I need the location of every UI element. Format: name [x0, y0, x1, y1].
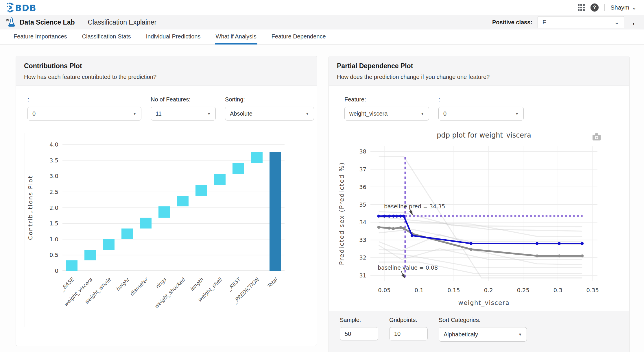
index-select[interactable]: 0 ▼	[27, 107, 141, 121]
svg-text:0.35: 0.35	[586, 287, 599, 294]
gridpoints-input[interactable]	[389, 327, 428, 340]
pdp-index-select[interactable]: 0 ▼	[438, 107, 524, 121]
svg-text:baseline pred = 34.35: baseline pred = 34.35	[384, 203, 445, 210]
pdp-panel-header: Partial Dependence Plot How does the pre…	[329, 56, 629, 86]
svg-text:37: 37	[359, 166, 366, 173]
positive-class-select[interactable]: F ⌄	[538, 16, 624, 28]
wf-bar-weight_shell	[214, 174, 226, 185]
user-name: Shaym	[610, 4, 629, 11]
pdp-index-label: :	[438, 96, 524, 103]
svg-text:38: 38	[359, 148, 366, 155]
svg-text:1.5: 1.5	[49, 220, 58, 227]
wf-bar-_REST	[232, 163, 244, 174]
svg-text:32: 32	[359, 254, 366, 261]
pdp-chart-wrap: 0.050.10.150.20.250.30.35313233343536373…	[336, 125, 629, 311]
wf-bar-weight_whole	[103, 239, 115, 250]
wf-bar-diameter	[140, 218, 152, 228]
wf-bar-length	[195, 185, 207, 196]
svg-text:0.5: 0.5	[49, 252, 58, 258]
caret-down-icon: ▼	[515, 112, 519, 116]
svg-text:BDB: BDB	[15, 3, 36, 13]
svg-text:4.0: 4.0	[49, 141, 58, 148]
sort-categories-label: Sort Categories:	[439, 317, 527, 323]
pdp-controls: Feature: weight_viscera ▼ : 0 ▼	[329, 86, 629, 121]
svg-text:35: 35	[359, 201, 366, 208]
pdp-chart-title: pdp plot for weight_viscera	[437, 131, 531, 139]
tab-feature-importances[interactable]: Feature Importances	[13, 29, 68, 45]
top-bar: BDB ? Shaym ⌄	[0, 0, 644, 15]
pdp-bottom-controls: Sample: Gridpoints: Sort Categories: Alp…	[329, 311, 629, 352]
bdb-logo[interactable]: BDB	[6, 1, 47, 14]
wf-y-axis-title: Contributions Plot	[27, 175, 34, 240]
caret-down-icon: ▼	[518, 332, 522, 337]
pdp-index-value: 0	[443, 110, 446, 117]
feature-select[interactable]: weight_viscera ▼	[344, 107, 429, 121]
sample-input[interactable]	[340, 327, 378, 340]
user-menu[interactable]: Shaym ⌄	[610, 4, 636, 11]
num-features-label: No of Features:	[151, 96, 216, 103]
pdp-title: Partial Dependence Plot	[337, 62, 621, 70]
gridpoints-label: Gridpoints:	[389, 317, 428, 323]
main-content: Contributions Plot How has each feature …	[0, 45, 644, 352]
sorting-control: Sorting: Absolute ▼	[225, 96, 314, 121]
contributions-subtitle: How has each feature contributed to the …	[24, 74, 309, 80]
svg-text:0: 0	[55, 268, 58, 274]
num-features-select[interactable]: 11 ▼	[151, 107, 216, 121]
svg-text:0.2: 0.2	[484, 287, 493, 294]
product-name: Data Science Lab	[20, 18, 75, 26]
svg-text:0.15: 0.15	[447, 287, 460, 294]
app-identity: Data Science Lab Classification Explaine…	[6, 17, 156, 28]
svg-text:1.0: 1.0	[49, 236, 58, 243]
wf-bar-height	[121, 229, 133, 239]
contributions-title: Contributions Plot	[24, 62, 309, 70]
apps-grid-icon[interactable]	[578, 4, 585, 11]
index-value: 0	[32, 110, 36, 117]
tab-individual-predictions[interactable]: Individual Predictions	[145, 29, 202, 45]
pdp-y-axis-title: Predicted sex (Predicted %)	[338, 162, 345, 265]
caret-down-icon: ▼	[207, 112, 211, 116]
back-arrow-icon[interactable]: ←	[631, 17, 640, 28]
index-label: :	[27, 96, 141, 103]
svg-text:baseline value = 0.08: baseline value = 0.08	[378, 264, 438, 271]
pdp-chart[interactable]: 0.050.10.150.20.250.30.35313233343536373…	[336, 125, 610, 310]
contributions-waterfall-chart[interactable]: 00.51.01.52.02.53.03.54.0Contributions P…	[25, 133, 296, 327]
contributions-panel-header: Contributions Plot How has each feature …	[16, 56, 317, 86]
contributions-chart-box: 00.51.01.52.02.53.03.54.0Contributions P…	[25, 133, 296, 327]
index-control: : 0 ▼	[27, 96, 141, 121]
svg-text:2.5: 2.5	[49, 189, 58, 195]
pdp-x-axis-title: weight_viscera	[458, 299, 510, 307]
sorting-select[interactable]: Absolute ▼	[225, 107, 314, 121]
feature-control: Feature: weight_viscera ▼	[344, 96, 429, 121]
module-name: Classification Explainer	[88, 18, 156, 26]
tab-bar: Feature Importances Classification Stats…	[0, 29, 644, 45]
title-divider	[81, 18, 81, 27]
gridpoints-control: Gridpoints:	[389, 317, 428, 352]
top-right-cluster: ? Shaym ⌄	[578, 3, 636, 12]
wf-bar-_PREDICTION	[251, 152, 263, 163]
page-root: BDB ? Shaym ⌄	[0, 0, 644, 352]
bdb-logo-icon: BDB	[6, 1, 47, 14]
svg-text:0.3: 0.3	[553, 287, 562, 294]
svg-text:2.0: 2.0	[49, 205, 58, 211]
sort-categories-select[interactable]: Alphabeticaly ▼	[439, 327, 527, 342]
num-features-control: No of Features: 11 ▼	[151, 96, 216, 121]
tab-classification-stats[interactable]: Classification Stats	[81, 29, 132, 45]
help-icon[interactable]: ?	[591, 3, 599, 12]
positive-class-row: Positive class: F ⌄ ←	[492, 16, 640, 28]
svg-text:0.1: 0.1	[415, 287, 424, 294]
tab-feature-dependence[interactable]: Feature Dependence	[271, 29, 327, 45]
sort-categories-value: Alphabeticaly	[444, 331, 478, 338]
sort-categories-control: Sort Categories: Alphabeticaly ▼	[439, 317, 527, 352]
topbar-divider	[604, 4, 605, 11]
flask-icon	[6, 17, 16, 28]
sorting-value: Absolute	[230, 110, 252, 117]
chevron-down-icon: ⌄	[614, 21, 619, 23]
wf-bar-weight_viscera	[84, 250, 96, 260]
svg-text:36: 36	[359, 184, 366, 190]
wf-bar-Total	[270, 152, 281, 271]
svg-text:3.5: 3.5	[49, 157, 58, 164]
svg-text:3.0: 3.0	[49, 173, 58, 179]
tab-what-if-analysis[interactable]: What if Analysis	[215, 29, 257, 45]
caret-down-icon: ▼	[133, 112, 136, 116]
positive-class-label: Positive class:	[492, 19, 532, 26]
